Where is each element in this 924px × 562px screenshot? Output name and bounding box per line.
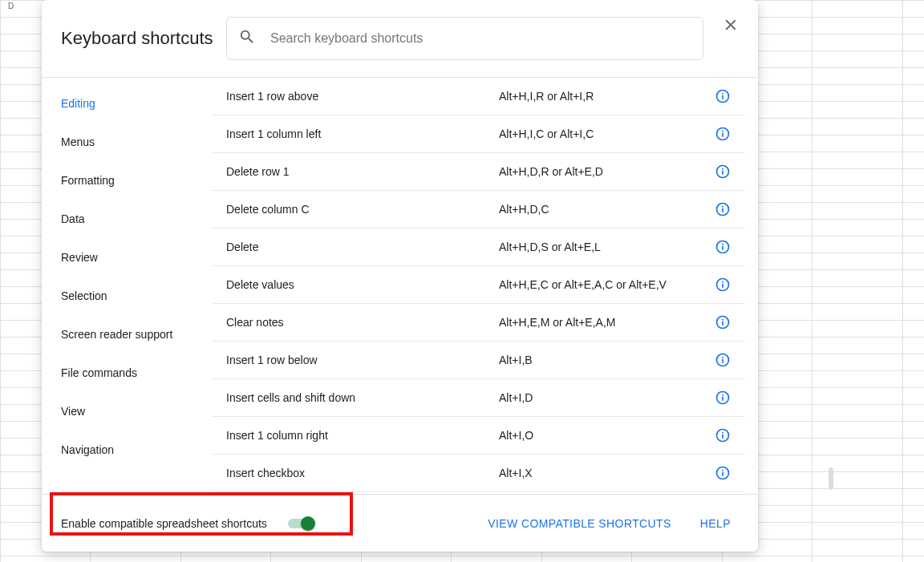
column-header-d: D [8,2,14,10]
svg-rect-32 [722,470,723,471]
shortcut-action-label: Insert 1 row below [226,354,499,366]
shortcut-action-label: Insert 1 row above [226,90,499,103]
svg-rect-29 [722,432,723,434]
compatible-shortcuts-toggle[interactable] [286,516,315,532]
info-icon[interactable] [715,164,731,180]
info-icon[interactable] [715,427,731,443]
sidebar-item-view[interactable]: View [42,392,211,431]
shortcut-row: Insert 1 column rightAlt+I,O [212,417,745,455]
shortcut-action-label: Insert 1 column right [226,429,499,442]
page-scrollbar-thumb[interactable] [829,467,833,490]
svg-rect-5 [722,131,723,132]
svg-rect-14 [722,244,723,245]
close-button[interactable] [716,12,745,41]
search-box[interactable] [226,17,703,60]
sidebar-item-formatting[interactable]: Formatting [42,161,211,200]
sidebar-item-review[interactable]: Review [42,238,211,277]
shortcut-row: Insert checkboxAlt+I,X [212,455,745,492]
sidebar-item-file-commands[interactable]: File commands [42,354,211,392]
dialog-body: EditingMenusFormattingDataReviewSelectio… [42,78,758,494]
sidebar-item-menus[interactable]: Menus [42,123,211,161]
shortcut-row: Delete column CAlt+H,D,C [212,191,745,228]
compatible-shortcuts-toggle-row: Enable compatible spreadsheet shortcuts [61,516,315,532]
category-sidebar[interactable]: EditingMenusFormattingDataReviewSelectio… [42,78,212,494]
dialog-title: Keyboard shortcuts [61,28,213,49]
svg-rect-31 [722,472,723,476]
dialog-header: Keyboard shortcuts [42,0,758,78]
svg-rect-8 [722,168,723,170]
svg-rect-2 [722,93,723,95]
shortcut-row: Insert 1 row aboveAlt+H,I,R or Alt+I,R [212,78,745,115]
help-button[interactable]: HELP [692,511,739,536]
shortcut-action-label: Delete column C [226,203,499,216]
shortcut-row: Insert 1 column leftAlt+H,I,C or Alt+I,C [212,115,745,153]
shortcut-row: Delete row 1Alt+H,D,R or Alt+E,D [212,153,745,191]
shortcut-action-label: Delete row 1 [226,165,499,178]
shortcuts-list[interactable]: Insert 1 row aboveAlt+H,I,R or Alt+I,RIn… [212,78,758,494]
shortcut-action-label: Insert checkbox [226,467,499,479]
svg-rect-4 [722,133,723,137]
close-icon [722,16,740,37]
svg-rect-17 [722,281,723,283]
shortcut-row: Delete valuesAlt+H,E,C or Alt+E,A,C or A… [212,266,745,304]
info-icon[interactable] [715,239,731,255]
dialog-footer: Enable compatible spreadsheet shortcuts … [42,494,758,552]
toggle-label: Enable compatible spreadsheet shortcuts [61,517,267,530]
shortcut-keys-label: Alt+H,E,C or Alt+E,A,C or Alt+E,V [499,278,715,291]
view-compatible-shortcuts-button[interactable]: VIEW COMPATIBLE SHORTCUTS [480,511,679,536]
toggle-thumb [301,516,315,531]
svg-rect-11 [722,206,723,208]
svg-rect-20 [722,319,723,321]
search-input[interactable] [270,31,691,46]
svg-rect-22 [722,359,723,363]
shortcut-row: DeleteAlt+H,D,S or Alt+E,L [212,228,745,266]
shortcut-keys-label: Alt+I,O [499,429,715,442]
svg-rect-13 [722,246,723,250]
sidebar-item-navigation[interactable]: Navigation [42,431,211,469]
info-icon[interactable] [715,465,731,481]
sidebar-item-data[interactable]: Data [42,200,211,238]
svg-rect-1 [722,95,723,99]
search-icon [238,28,256,49]
svg-rect-23 [722,357,723,358]
shortcut-action-label: Delete [226,241,499,253]
svg-rect-7 [722,171,723,175]
svg-rect-26 [722,394,723,396]
svg-rect-16 [722,284,723,288]
shortcut-keys-label: Alt+I,X [499,467,715,479]
info-icon[interactable] [715,277,731,293]
info-icon[interactable] [715,201,731,217]
shortcut-keys-label: Alt+H,D,S or Alt+E,L [499,241,715,253]
sidebar-item-editing[interactable]: Editing [42,84,211,123]
shortcut-row: Insert cells and shift downAlt+I,D [212,379,745,417]
info-icon[interactable] [715,126,731,142]
info-icon[interactable] [715,88,731,104]
sidebar-item-selection[interactable]: Selection [42,277,211,315]
info-icon[interactable] [715,390,731,406]
shortcut-keys-label: Alt+I,B [499,354,715,366]
shortcut-keys-label: Alt+H,E,M or Alt+E,A,M [499,316,715,329]
shortcut-row: Insert 1 row belowAlt+I,B [212,342,745,379]
svg-rect-25 [722,397,723,401]
sidebar-item-screen-reader-support[interactable]: Screen reader support [42,315,211,354]
shortcut-row: Clear notesAlt+H,E,M or Alt+E,A,M [212,304,745,342]
shortcut-keys-label: Alt+H,I,R or Alt+I,R [499,90,715,103]
shortcut-action-label: Insert cells and shift down [226,391,499,404]
shortcut-action-label: Clear notes [226,316,499,329]
shortcut-keys-label: Alt+H,D,C [499,203,715,216]
info-icon[interactable] [715,352,731,368]
shortcut-action-label: Insert 1 column left [226,127,499,140]
shortcut-keys-label: Alt+H,D,R or Alt+E,D [499,165,715,178]
keyboard-shortcuts-dialog: Keyboard shortcuts EditingMenusFormattin… [42,0,758,552]
info-icon[interactable] [715,314,731,330]
shortcut-keys-label: Alt+H,I,C or Alt+I,C [499,127,715,140]
shortcut-action-label: Delete values [226,278,499,291]
shortcut-keys-label: Alt+I,D [499,391,715,404]
svg-rect-10 [722,208,723,212]
svg-rect-19 [722,321,723,325]
svg-rect-28 [722,435,723,439]
